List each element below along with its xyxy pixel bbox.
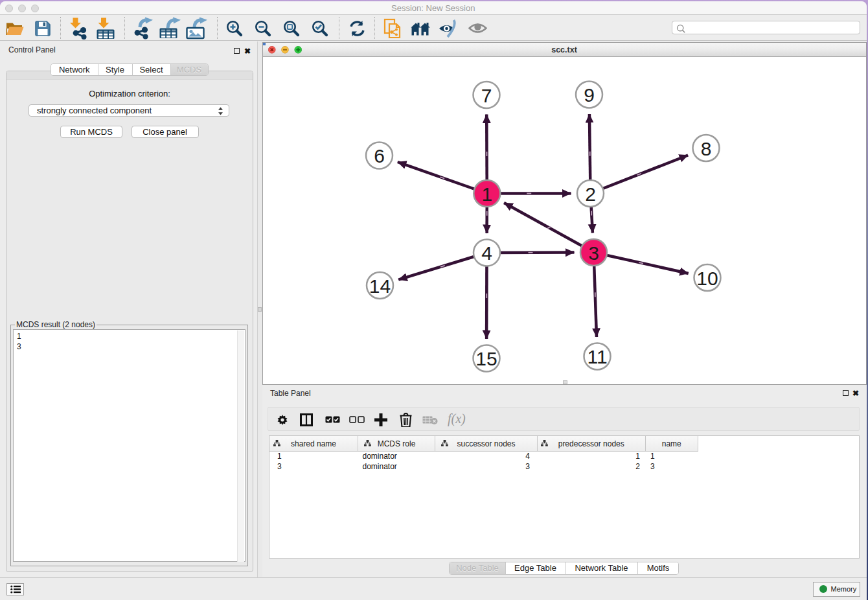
svg-text:6: 6 [374, 145, 385, 167]
svg-text:2: 2 [585, 183, 596, 204]
svg-text:15: 15 [475, 348, 497, 369]
svg-text:8: 8 [700, 137, 711, 159]
svg-text:1: 1 [481, 183, 492, 204]
svg-text:14: 14 [369, 275, 390, 296]
svg-text:9: 9 [584, 84, 595, 106]
svg-text:4: 4 [481, 242, 492, 264]
svg-text:11: 11 [587, 346, 607, 367]
svg-text:10: 10 [696, 267, 718, 288]
svg-text:3: 3 [588, 242, 599, 263]
svg-text:7: 7 [481, 84, 492, 106]
